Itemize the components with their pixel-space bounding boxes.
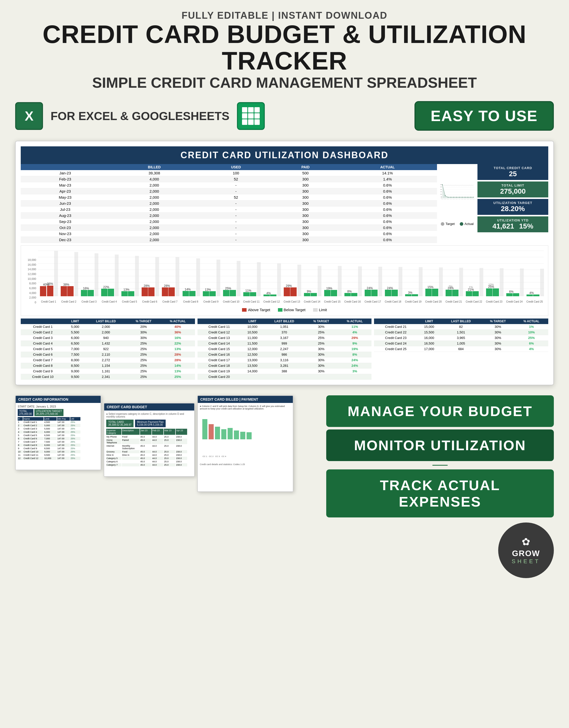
grow-sheet-logo: ✿ GROW SHEET bbox=[498, 522, 554, 578]
svg-point-24 bbox=[470, 197, 471, 197]
svg-rect-158 bbox=[486, 288, 492, 296]
svg-rect-73 bbox=[142, 287, 148, 296]
svg-rect-129 bbox=[371, 290, 378, 296]
svg-text:16%: 16% bbox=[83, 287, 89, 290]
svg-rect-83 bbox=[182, 291, 189, 296]
legend-actual: Actual bbox=[460, 222, 474, 226]
svg-rect-148 bbox=[446, 290, 452, 296]
svg-rect-84 bbox=[189, 291, 195, 296]
svg-text:13%: 13% bbox=[205, 288, 211, 291]
svg-rect-150 bbox=[459, 268, 463, 296]
svg-rect-53 bbox=[61, 286, 67, 296]
total-limit-label: TOTAL LIMIT bbox=[481, 184, 545, 187]
svg-rect-59 bbox=[87, 290, 94, 296]
cc-table-1: LIMIT LAST BILLED % TARGET % ACTUAL Cred… bbox=[21, 319, 195, 380]
svg-text:29%: 29% bbox=[286, 284, 292, 288]
dashboard-content: BILLED USED PAID ACTUAL Jan-23 39,308 10… bbox=[21, 164, 548, 243]
svg-rect-54 bbox=[67, 286, 74, 296]
manage-budget-box: MANAGE YOUR BUDGET bbox=[326, 395, 554, 427]
cc-table-row: Credit Card 2 5,500 2,000 30% 36% bbox=[21, 330, 195, 335]
svg-rect-144 bbox=[432, 289, 438, 296]
svg-rect-170 bbox=[540, 269, 544, 296]
svg-text:CC 2: CC 2 bbox=[209, 455, 214, 458]
svg-rect-181 bbox=[240, 432, 245, 439]
cc-table-col2: LIMIT LAST BILLED % TARGET % ACTUAL Cred… bbox=[197, 319, 372, 380]
month-header bbox=[21, 164, 109, 170]
svg-text:5%: 5% bbox=[441, 196, 442, 197]
utilization-table: BILLED USED PAID ACTUAL Jan-23 39,308 10… bbox=[21, 164, 437, 243]
svg-text:19%: 19% bbox=[326, 287, 332, 290]
util-table-row: Aug-23 2,000 - 300 0.6% bbox=[21, 213, 437, 219]
svg-text:13%: 13% bbox=[123, 288, 129, 291]
mini-row: 1 Credit Card 1 4,500 147.00 25% bbox=[18, 421, 99, 424]
util-table-row: Sep-23 2,000 - 300 0.6% bbox=[21, 219, 437, 225]
svg-rect-70 bbox=[135, 256, 139, 296]
cc-table-row: Credit Card 8 8,500 1,154 25% 14% bbox=[21, 363, 195, 369]
svg-rect-90 bbox=[216, 260, 220, 296]
svg-text:Credit Card 25: Credit Card 25 bbox=[526, 300, 543, 303]
svg-rect-155 bbox=[480, 268, 483, 296]
mini-row: 12 Credit Card 12 10,000 147.00 25% bbox=[18, 457, 99, 460]
svg-rect-88 bbox=[203, 291, 209, 296]
legend-limit: Limit bbox=[313, 308, 327, 312]
legend-target: Target bbox=[441, 222, 455, 226]
cc-table-row: Credit Card 14 11,500 999 25% 9% bbox=[197, 341, 372, 346]
svg-rect-110 bbox=[298, 265, 301, 296]
svg-text:0%: 0% bbox=[441, 197, 442, 198]
svg-text:Credit Card 12: Credit Card 12 bbox=[263, 300, 280, 303]
util-table-row: Jun-23 2,000 - 300 0.6% bbox=[21, 200, 437, 207]
cc-table-row: Credit Card 17 13,000 3,116 30% 24% bbox=[197, 357, 372, 363]
svg-rect-119 bbox=[331, 290, 337, 296]
legend-above-target: Above Target bbox=[242, 308, 270, 312]
svg-rect-133 bbox=[385, 290, 391, 296]
utilization-ytd-label: UTILIZATION YTD bbox=[481, 218, 545, 222]
svg-rect-60 bbox=[95, 253, 98, 296]
svg-point-14 bbox=[442, 185, 443, 185]
svg-rect-143 bbox=[425, 289, 432, 296]
billed-header: BILLED bbox=[109, 164, 199, 170]
dashboard-left: BILLED USED PAID ACTUAL Jan-23 39,308 10… bbox=[21, 164, 475, 243]
svg-rect-109 bbox=[290, 287, 297, 296]
svg-point-17 bbox=[450, 197, 451, 197]
svg-rect-124 bbox=[351, 293, 357, 296]
budget-row: Category 6 45.044.025.0158.0 bbox=[106, 460, 192, 463]
svg-rect-75 bbox=[155, 257, 159, 296]
svg-rect-80 bbox=[175, 257, 179, 296]
svg-text:6%: 6% bbox=[509, 290, 514, 293]
svg-rect-79 bbox=[168, 287, 175, 296]
svg-rect-182 bbox=[246, 432, 251, 439]
svg-text:CC 4: CC 4 bbox=[221, 455, 226, 458]
svg-text:Credit Card 19: Credit Card 19 bbox=[405, 300, 421, 303]
util-table-row: Jul-23 2,000 - 300 0.6% bbox=[21, 207, 437, 213]
svg-text:Credit Card 10: Credit Card 10 bbox=[223, 300, 239, 303]
svg-text:Credit Card 24: Credit Card 24 bbox=[506, 300, 522, 303]
svg-text:28%: 28% bbox=[144, 284, 150, 288]
svg-rect-128 bbox=[365, 290, 371, 296]
cc-table-row: Credit Card 13 11,000 3,167 25% 29% bbox=[197, 335, 372, 341]
svg-text:30%: 30% bbox=[440, 184, 442, 185]
svg-rect-103 bbox=[263, 294, 270, 296]
easy-to-use-button[interactable]: EASY TO USE bbox=[415, 101, 554, 131]
budget-row: Category 7 45.044.025.0158.0 bbox=[106, 463, 192, 466]
svg-text:Credit Card 5: Credit Card 5 bbox=[122, 300, 137, 303]
bar-chart-legend: Above Target Below Target Limit bbox=[24, 306, 545, 313]
svg-rect-134 bbox=[392, 290, 398, 296]
svg-text:Credit Card 3: Credit Card 3 bbox=[81, 300, 97, 303]
excel-icon: X bbox=[15, 102, 43, 130]
svg-text:Credit Card 13: Credit Card 13 bbox=[283, 300, 300, 303]
svg-text:Nov-23: Nov-23 bbox=[470, 199, 472, 199]
utilization-target-label: UTILIZATION TARGET bbox=[481, 201, 545, 205]
svg-rect-98 bbox=[243, 292, 249, 296]
mini-row: 6 Credit Card 6 7,000 147.00 25% bbox=[18, 437, 99, 440]
for-apps-label: FOR EXCEL & GOOGLESHEETS bbox=[51, 109, 229, 123]
svg-rect-68 bbox=[121, 291, 128, 296]
spreadsheet-previews: CREDIT CARD INFORMATION START DATE: Janu… bbox=[15, 395, 321, 578]
page-container: FULLY EDITABLE | INSTANT DOWNLOAD CREDIT… bbox=[0, 0, 569, 728]
svg-rect-49 bbox=[47, 286, 53, 296]
cc-table-row: Credit Card 5 7,000 922 25% 13% bbox=[21, 346, 195, 352]
grow-sheet-name: GROW bbox=[512, 549, 540, 558]
svg-rect-175 bbox=[202, 419, 207, 439]
svg-text:Credit Card 2: Credit Card 2 bbox=[61, 300, 76, 303]
billed-chart: CC 1 CC 2 CC 3 CC 4 bbox=[200, 412, 291, 462]
line-chart: 30% 25% 20% 15% 10% 5% 0% bbox=[440, 164, 475, 220]
